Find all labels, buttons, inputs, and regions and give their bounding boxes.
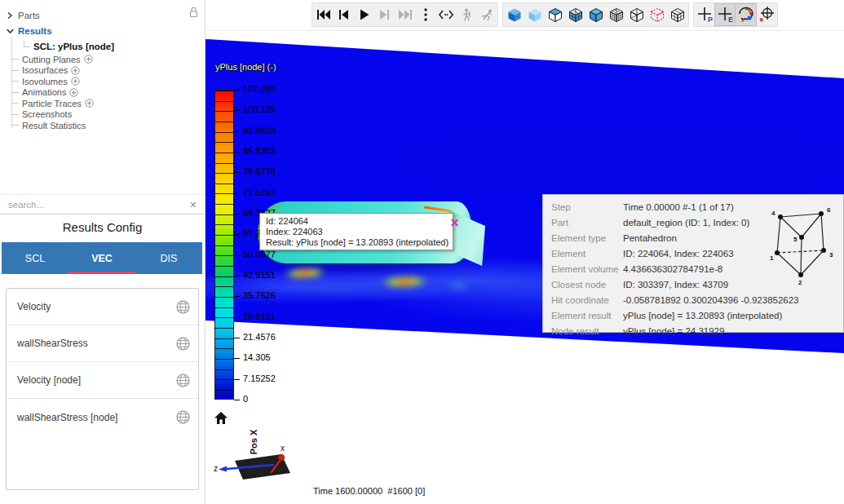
svg-text:3: 3	[829, 251, 833, 259]
clear-search-icon[interactable]: ×	[190, 199, 197, 210]
info-label: Hit coordinate	[543, 295, 623, 305]
list-item-wallshearstress[interactable]: wallShearStress	[7, 325, 198, 362]
time-annotation: Time 1600.00000 #1600 [0]	[313, 486, 425, 496]
info-value: ID: 303397, Index: 43709	[623, 280, 728, 290]
globe-icon[interactable]	[176, 300, 190, 314]
field-label: Velocity [node]	[17, 374, 81, 386]
surface-view-icon[interactable]	[545, 4, 565, 25]
tab-vec[interactable]: VEC	[68, 242, 135, 274]
info-value: -0.058781892 0.300204396 -0.923852623	[623, 295, 799, 305]
add-icon[interactable]	[71, 77, 80, 86]
tree-item-isovolumes[interactable]: Isovolumes	[7, 76, 200, 87]
feature-edges-view-icon[interactable]	[647, 4, 667, 25]
info-label: Element result	[543, 311, 623, 321]
globe-icon[interactable]	[176, 374, 190, 387]
tree-item-result-statistics[interactable]: Result Statistics	[7, 120, 200, 131]
legend-tick-label: 0	[243, 394, 248, 404]
tree-item-label: Isosurfaces	[22, 65, 68, 75]
tree-rail	[11, 37, 12, 128]
results-config-tabs: SCL VEC DIS	[2, 242, 202, 274]
skip-to-end-button[interactable]	[395, 4, 415, 25]
svg-text:E: E	[728, 15, 733, 24]
tree-item-label: SCL: yPlus [node]	[33, 42, 114, 51]
pick-element-button[interactable]: E	[715, 4, 736, 25]
application-window: Parts Results SCL: yPlus [node] Cutting …	[0, 0, 844, 504]
skip-to-start-button[interactable]	[313, 4, 334, 25]
tree-item-scl-yplus[interactable]: SCL: yPlus [node]	[7, 38, 200, 54]
shaded-view-icon[interactable]	[504, 4, 524, 25]
add-icon[interactable]	[71, 66, 80, 75]
tree-item-label: Isovolumes	[22, 77, 68, 86]
wireframe-view-icon[interactable]	[626, 4, 647, 25]
info-value: yPlus [node] = 13.20893 (interpolated)	[623, 311, 782, 321]
view-mode-group	[502, 2, 689, 27]
set-rotation-center-button[interactable]	[756, 4, 776, 25]
svg-text:P: P	[708, 15, 713, 24]
tab-dis[interactable]: DIS	[135, 242, 202, 274]
shaded-transparent-view-icon[interactable]	[524, 4, 545, 25]
play-button[interactable]	[354, 4, 374, 25]
legend-tick-label: 14.305	[243, 352, 271, 362]
more-options-button[interactable]	[415, 4, 435, 25]
rotation-mode-button[interactable]	[736, 4, 756, 25]
pick-point-button[interactable]: P	[695, 4, 715, 25]
triad-caption: Pos X	[249, 429, 259, 454]
step-forward-button[interactable]	[374, 4, 395, 25]
chevron-down-icon[interactable]	[7, 28, 18, 34]
svg-text:1: 1	[770, 254, 774, 262]
tree-item-isosurfaces[interactable]: Isosurfaces	[7, 65, 200, 77]
tree-item-cutting-planes[interactable]: Cutting Planes	[7, 54, 200, 65]
tree-item-parts[interactable]: Parts	[7, 7, 200, 23]
mesh-view-icon[interactable]	[606, 4, 626, 25]
tree-item-label: Result Statistics	[22, 121, 86, 130]
surface-mesh-view-icon[interactable]	[565, 4, 585, 25]
z-axis-label: z	[214, 464, 218, 473]
walk-mode-button[interactable]	[456, 4, 476, 25]
tree-item-label: Animations	[22, 87, 66, 97]
vector-fields-list: Velocity wallShearStress Velocity [node]…	[6, 288, 199, 490]
toolbar-divider	[205, 30, 844, 31]
info-label: Element	[543, 249, 623, 259]
model-tree: Parts Results SCL: yPlus [node] Cutting …	[7, 7, 200, 131]
globe-icon[interactable]	[176, 410, 190, 424]
legend-tick-label: 78.6778	[243, 166, 276, 176]
fly-mode-button[interactable]	[476, 4, 497, 25]
chevron-right-icon[interactable]	[7, 12, 18, 19]
add-icon[interactable]	[85, 99, 94, 108]
x-axis-label: x	[281, 444, 285, 453]
search-input[interactable]	[8, 200, 190, 210]
info-label: Node result	[543, 326, 623, 336]
tree-item-screenshots[interactable]: Screenshots	[7, 109, 200, 121]
pick-group: P E	[693, 2, 778, 27]
legend-tick-label: 71.5253	[243, 188, 276, 197]
step-back-button[interactable]	[334, 4, 354, 25]
wake-hotspot-1	[284, 267, 327, 280]
list-item-wallshearstress-node[interactable]: wallShearStress [node]	[7, 399, 198, 435]
element-info-panel: StepTime 0.00000 #-1 (1 of 17) Partdefau…	[542, 194, 844, 333]
svg-text:4: 4	[771, 210, 776, 217]
legend-tick-label: 28.6101	[243, 312, 276, 321]
time-range-icon[interactable]	[435, 4, 456, 25]
surface-solid-view-icon[interactable]	[585, 4, 606, 25]
render-viewport[interactable]: P E	[205, 0, 844, 504]
colorbar[interactable]	[214, 90, 234, 400]
info-value: Time 0.00000 #-1 (1 of 17)	[623, 202, 734, 212]
list-item-velocity[interactable]: Velocity	[7, 289, 198, 325]
hidden-line-view-icon[interactable]	[667, 4, 687, 25]
field-label: Velocity	[17, 301, 51, 312]
wake-hotspot-3	[446, 282, 471, 289]
tree-item-animations[interactable]: Animations	[7, 87, 200, 99]
tab-scl[interactable]: SCL	[2, 242, 68, 274]
list-item-velocity-node[interactable]: Velocity [node]	[7, 362, 198, 399]
globe-icon[interactable]	[176, 337, 190, 351]
info-label: Element volume	[543, 264, 623, 274]
tree-elbow	[24, 41, 30, 47]
legend-tick-label: 50.0677	[243, 250, 276, 259]
add-icon[interactable]	[84, 55, 93, 64]
search-bar: ×	[0, 194, 205, 214]
tree-item-results[interactable]: Results	[7, 23, 200, 38]
legend-tick-label: 92.9828	[243, 126, 276, 135]
legend-title: yPlus [node] (-)	[215, 62, 276, 72]
tree-item-particle-traces[interactable]: Particle Traces	[7, 98, 200, 109]
add-icon[interactable]	[69, 88, 78, 97]
